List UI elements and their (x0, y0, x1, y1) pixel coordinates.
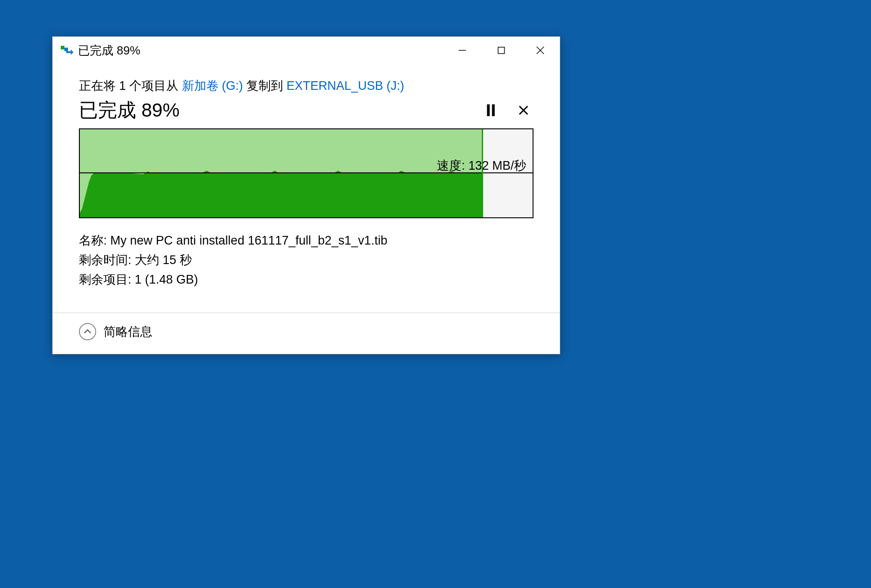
titlebar: 已完成 89% (53, 37, 560, 64)
dest-link[interactable]: EXTERNAL_USB (J:) (287, 79, 405, 93)
close-button[interactable] (521, 37, 560, 64)
dialog-footer: 简略信息 (53, 313, 560, 354)
minimize-button[interactable] (443, 37, 482, 64)
speed-chart: 速度: 132 MB/秒 (79, 128, 533, 218)
svg-rect-0 (61, 46, 64, 49)
source-link[interactable]: 新加卷 (G:) (182, 79, 243, 93)
name-value: My new PC anti installed 161117_full_b2_… (110, 234, 387, 247)
file-name-line: 名称: My new PC anti installed 161117_full… (79, 231, 533, 250)
time-remaining-line: 剩余时间: 大约 15 秒 (79, 250, 533, 270)
progress-row: 已完成 89% (79, 98, 533, 123)
svg-rect-6 (487, 104, 489, 116)
svg-rect-3 (498, 47, 504, 54)
items-label: 剩余项目: (79, 273, 135, 286)
svg-rect-7 (492, 104, 494, 116)
window-title: 已完成 89% (78, 43, 443, 59)
dialog-content: 正在将 1 个项目从 新加卷 (G:) 复制到 EXTERNAL_USB (J:… (53, 64, 560, 290)
pause-button[interactable] (486, 104, 495, 116)
name-label: 名称: (79, 234, 110, 247)
copy-prefix: 正在将 1 个项目从 (79, 79, 182, 93)
cancel-button[interactable] (518, 104, 529, 116)
svg-rect-1 (64, 48, 68, 51)
time-label: 剩余时间: (79, 253, 135, 267)
progress-controls (486, 104, 533, 116)
maximize-button[interactable] (482, 37, 521, 64)
copy-mid: 复制到 (243, 79, 287, 93)
copy-description: 正在将 1 个项目从 新加卷 (G:) 复制到 EXTERNAL_USB (J:… (79, 78, 533, 94)
speed-label: 速度: 132 MB/秒 (437, 157, 526, 174)
progress-text: 已完成 89% (79, 98, 180, 123)
window-controls (443, 37, 560, 64)
file-copy-dialog: 已完成 89% 正在将 1 个项目从 新加卷 (G:) 复制到 EXTERNAL… (52, 36, 560, 354)
toggle-details-label[interactable]: 简略信息 (103, 323, 152, 340)
items-remaining-line: 剩余项目: 1 (1.48 GB) (79, 270, 533, 289)
items-value: 1 (1.48 GB) (135, 273, 198, 286)
copy-progress-icon (61, 45, 73, 56)
time-value: 大约 15 秒 (135, 253, 192, 267)
toggle-details-button[interactable] (79, 323, 96, 340)
